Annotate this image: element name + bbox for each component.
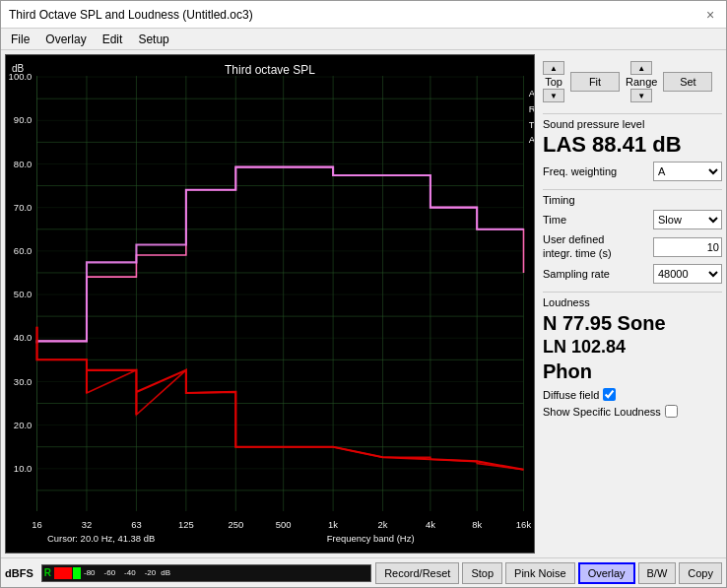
stop-button[interactable]: Stop	[462, 562, 502, 584]
svg-text:500: 500	[276, 519, 292, 530]
svg-text:60.0: 60.0	[14, 245, 32, 256]
diffuse-field-row: Diffuse field	[543, 388, 722, 401]
copy-button[interactable]: Copy	[679, 562, 722, 584]
svg-text:1k: 1k	[328, 519, 338, 530]
show-specific-checkbox[interactable]	[665, 405, 678, 418]
svg-text:8k: 8k	[472, 519, 482, 530]
meter-tick-20: -20	[145, 568, 157, 577]
svg-text:63: 63	[131, 519, 142, 530]
main-content: dB Third octave SPL	[1, 50, 726, 557]
menu-overlay[interactable]: Overlay	[39, 31, 92, 48]
chart-svg: 100.0 90.0 80.0 70.0 60.0 50.0 40.0 30.0…	[6, 55, 534, 553]
time-select[interactable]: Slow Fast Impulse	[653, 210, 722, 229]
pink-noise-button[interactable]: Pink Noise	[505, 562, 575, 584]
fit-button[interactable]: Fit	[570, 72, 620, 92]
set-nav-group: Set	[663, 58, 712, 105]
range-up-button[interactable]: ▲	[630, 61, 652, 75]
svg-text:4k: 4k	[426, 519, 435, 530]
fit-nav-group: Fit	[570, 58, 620, 105]
range-down-button[interactable]: ▼	[630, 89, 652, 102]
bottom-bar: dBFS R -80 -60 -40 -20 dB Record/Reset S…	[1, 557, 726, 587]
meter-tick-40: -40	[124, 568, 136, 577]
diffuse-field-label: Diffuse field	[543, 389, 599, 401]
time-row: Time Slow Fast Impulse	[543, 210, 722, 229]
svg-text:80.0: 80.0	[14, 159, 32, 169]
top-down-button[interactable]: ▼	[543, 89, 564, 102]
freq-weighting-select[interactable]: A B C Z	[653, 162, 722, 181]
svg-text:R: R	[529, 103, 534, 114]
spl-section: Sound pressure level LAS 88.41 dB Freq. …	[543, 113, 722, 185]
show-specific-row: Show Specific Loudness	[543, 405, 722, 418]
timing-section-label: Timing	[543, 194, 722, 206]
overlay-button[interactable]: Overlay	[578, 562, 635, 584]
range-label: Range	[626, 76, 657, 88]
chart-db-label: dB	[12, 63, 24, 74]
chart-title: Third octave SPL	[225, 63, 315, 77]
svg-text:125: 125	[178, 519, 194, 530]
svg-rect-0	[6, 55, 534, 553]
svg-text:32: 32	[82, 519, 93, 530]
close-button[interactable]: ×	[702, 7, 718, 23]
dbfs-label: dBFS	[5, 567, 33, 579]
svg-text:16k: 16k	[516, 519, 532, 530]
show-specific-label: Show Specific Loudness	[543, 406, 661, 418]
level-meter: R -80 -60 -40 -20 dB	[41, 564, 371, 582]
spl-value: LAS 88.41 dB	[543, 132, 722, 158]
svg-text:70.0: 70.0	[14, 202, 32, 213]
loudness-n-value: N 77.95 Sone	[543, 310, 722, 336]
svg-text:30.0: 30.0	[14, 376, 32, 387]
sampling-label: Sampling rate	[543, 268, 610, 280]
menu-setup[interactable]: Setup	[132, 31, 174, 48]
r-channel-label: R	[44, 567, 51, 578]
loudness-phon-label: Phon	[543, 359, 722, 384]
loudness-ln-value: LN 102.84	[543, 336, 722, 359]
svg-text:A: A	[529, 134, 534, 145]
top-up-button[interactable]: ▲	[543, 61, 564, 75]
svg-text:A: A	[529, 88, 534, 98]
loudness-section-label: Loudness	[543, 296, 722, 308]
svg-text:50.0: 50.0	[14, 289, 32, 299]
chart-area: dB Third octave SPL	[5, 54, 535, 554]
meter-red-segment	[54, 567, 72, 579]
svg-text:2k: 2k	[378, 519, 388, 530]
meter-green-segment	[73, 567, 81, 579]
user-integr-input[interactable]	[653, 237, 722, 257]
meter-tick-60: -60	[104, 568, 116, 577]
loudness-section: Loudness N 77.95 Sone LN 102.84 Phon Dif…	[543, 292, 722, 422]
svg-text:40.0: 40.0	[14, 332, 32, 343]
user-integr-label: User defined integr. time (s)	[543, 233, 631, 259]
sidebar: ▲ Top ▼ Fit ▲ Range ▼ Set	[539, 50, 726, 557]
freq-weighting-label: Freq. weighting	[543, 165, 617, 177]
chart-inner: dB Third octave SPL	[6, 55, 534, 553]
sampling-select[interactable]: 48000 44100 96000	[653, 264, 722, 284]
window-title: Third Octave SPL and Loudness (Untitled.…	[9, 8, 253, 22]
user-integr-row: User defined integr. time (s)	[543, 233, 722, 259]
time-label: Time	[543, 214, 566, 226]
range-nav-group: ▲ Range ▼	[626, 61, 657, 102]
bw-button[interactable]: B/W	[638, 562, 677, 584]
top-nav-group: ▲ Top ▼	[543, 61, 564, 102]
meter-tick-db: dB	[161, 568, 170, 577]
freq-weighting-row: Freq. weighting A B C Z	[543, 162, 722, 181]
menu-bar: File Overlay Edit Setup	[1, 29, 726, 50]
record-reset-button[interactable]: Record/Reset	[375, 562, 459, 584]
meter-tick-80: -80	[84, 568, 96, 577]
sampling-row: Sampling rate 48000 44100 96000	[543, 264, 722, 284]
svg-text:20.0: 20.0	[14, 420, 32, 430]
svg-text:10.0: 10.0	[14, 463, 32, 474]
svg-text:Frequency band (Hz): Frequency band (Hz)	[327, 533, 415, 544]
svg-text:T: T	[529, 119, 534, 130]
title-bar: Third Octave SPL and Loudness (Untitled.…	[1, 1, 726, 29]
diffuse-field-checkbox[interactable]	[603, 388, 616, 401]
main-window: Third Octave SPL and Loudness (Untitled.…	[0, 0, 727, 588]
svg-text:250: 250	[228, 519, 243, 530]
set-button[interactable]: Set	[663, 72, 712, 92]
svg-text:16: 16	[32, 519, 42, 530]
spl-section-label: Sound pressure level	[543, 118, 722, 130]
svg-text:90.0: 90.0	[14, 114, 32, 125]
bottom-buttons: Record/Reset Stop Pink Noise Overlay B/W…	[375, 562, 722, 584]
timing-section: Timing Time Slow Fast Impulse User defin…	[543, 189, 722, 287]
menu-edit[interactable]: Edit	[97, 31, 129, 48]
menu-file[interactable]: File	[5, 31, 35, 48]
nav-controls: ▲ Top ▼ Fit ▲ Range ▼ Set	[543, 54, 722, 109]
